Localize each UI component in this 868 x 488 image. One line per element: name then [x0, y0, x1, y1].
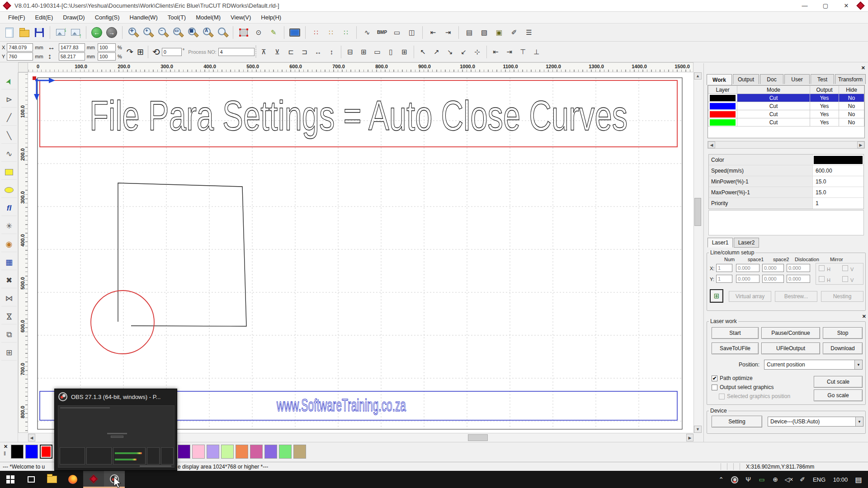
undo-button[interactable]: ← [90, 26, 104, 39]
same-height-button[interactable]: ⊞ [357, 45, 371, 59]
curve-smooth-button[interactable]: ∿ [360, 26, 374, 39]
zoom-out-button[interactable]: − [156, 26, 170, 39]
tab-output[interactable]: Output [733, 74, 759, 84]
edge-right-button[interactable]: ⇥ [503, 45, 516, 59]
property-value[interactable]: 1 [813, 198, 863, 209]
array-output2-button[interactable]: ∷ [324, 26, 338, 39]
corner-br-button[interactable]: ↘ [443, 45, 457, 59]
measure-height-button[interactable]: ⇥ [441, 26, 455, 39]
new-file-button[interactable] [3, 26, 16, 39]
output-preview-button[interactable]: ▧ [477, 26, 491, 39]
scroll-left-button[interactable]: ◀ [708, 141, 715, 148]
download-button[interactable]: Download [823, 343, 863, 354]
firefox-button[interactable] [62, 471, 83, 488]
center-page-button[interactable]: ⊹ [471, 45, 484, 59]
align-bottom-button[interactable]: ⊻ [271, 45, 284, 59]
horizontal-scroll-thumb[interactable] [468, 434, 488, 441]
scroll-left-button[interactable]: ◀ [28, 434, 35, 441]
edge-top-button[interactable]: ⊤ [516, 45, 530, 59]
import-button[interactable]: ↓ [54, 26, 67, 39]
headline-outline-text[interactable]: File Para Settings = Auto Close Curves [90, 93, 627, 139]
align-top-button[interactable]: ⊼ [257, 45, 271, 59]
text-tool[interactable]: fI [1, 201, 17, 216]
capture-tool[interactable]: ◉ [1, 237, 17, 252]
zoom-all-button[interactable]: ▦ [186, 26, 199, 39]
select-rect-button[interactable] [237, 26, 250, 39]
layer-output[interactable]: Yes [810, 110, 839, 118]
close-button[interactable]: ✕ [836, 0, 857, 12]
same-width-button[interactable]: ⊟ [344, 45, 357, 59]
menu-config[interactable]: Config(S) [90, 13, 124, 22]
x-num-input[interactable] [716, 264, 732, 272]
x-space2-input[interactable] [762, 264, 784, 272]
laser-pen-button[interactable]: ✎ [267, 26, 280, 39]
tab-laser2[interactable]: Laser2 [734, 238, 759, 248]
palette-color-black[interactable] [11, 445, 24, 459]
open-rectangle-shape[interactable] [118, 183, 246, 326]
task-view-button[interactable] [21, 471, 42, 488]
measure-width-button[interactable]: ⇤ [426, 26, 440, 39]
layer-hide[interactable]: No [839, 118, 864, 127]
palette-color-lavender[interactable] [207, 445, 219, 459]
palette-color-pink[interactable] [192, 445, 205, 459]
corner-tl-button[interactable]: ↖ [416, 45, 430, 59]
tab-laser1[interactable]: Laser1 [708, 238, 733, 248]
corner-bl-button[interactable]: ↙ [457, 45, 471, 59]
path-optimize-option[interactable]: ✔ Path optimize [712, 375, 753, 381]
scroll-down-button[interactable]: ▼ [694, 426, 702, 433]
color-picker-button[interactable]: ✐ [507, 26, 521, 39]
dropdown-arrow-icon[interactable]: ▼ [855, 417, 863, 426]
layer-row-black[interactable]: Cut Yes No [708, 94, 864, 102]
col-mode[interactable]: Mode [737, 86, 810, 94]
property-value[interactable]: 600.00 [813, 165, 863, 176]
save-to-ufile-button[interactable]: SaveToUFile [712, 343, 759, 354]
lock-ratio-icon[interactable]: ↷ [125, 47, 135, 57]
property-row[interactable]: Speed(mm/s) 600.00 [709, 165, 863, 176]
selected-graphics-checkbox[interactable] [719, 394, 725, 399]
preview-button[interactable] [288, 26, 302, 39]
output-select-checkbox[interactable] [712, 385, 717, 390]
auto-close-circle[interactable] [91, 291, 154, 354]
palette-color-magenta[interactable] [250, 445, 263, 459]
property-row[interactable]: Color [709, 155, 863, 165]
cut-scale-button[interactable]: Cut scale [814, 376, 863, 388]
panel-close-icon[interactable]: ✕ [861, 65, 865, 71]
tab-user[interactable]: User [784, 74, 810, 84]
edge-left-button[interactable]: ⇤ [489, 45, 503, 59]
export-button[interactable]: ↑ [69, 26, 82, 39]
layer-color-swatch[interactable] [710, 95, 736, 101]
tray-screenshare-icon[interactable]: ▭ [755, 476, 769, 483]
x-dislocation-input[interactable] [787, 264, 810, 272]
palette-color-purple[interactable] [178, 445, 190, 459]
print-button[interactable]: ▤ [462, 26, 476, 39]
process-no-input[interactable] [218, 48, 255, 56]
path-optimize-checkbox[interactable]: ✔ [712, 375, 717, 381]
mirror-v-checkbox[interactable] [842, 276, 848, 282]
layer-row-red[interactable]: Cut Yes No [708, 110, 864, 118]
size-table-icon[interactable]: ⊞ [135, 47, 146, 57]
layer-mode[interactable]: Cut [737, 94, 810, 102]
menu-handle[interactable]: Handle(W) [125, 13, 162, 22]
zoom-select-button[interactable]: A [201, 26, 214, 39]
virtual-array-button[interactable]: Virtual array [729, 291, 771, 302]
vertical-scroll-thumb[interactable] [694, 198, 701, 226]
tray-pen-icon[interactable]: ✐ [796, 476, 809, 483]
layer-color-swatch[interactable] [710, 119, 736, 126]
mirror-v-checkbox[interactable] [842, 265, 848, 271]
width-input[interactable] [59, 43, 85, 52]
property-value[interactable]: 15.0 [813, 187, 863, 197]
x-position-input[interactable] [7, 43, 33, 52]
property-row[interactable]: MaxPower(%)-1 15.0 [709, 187, 863, 198]
bezier-tool[interactable]: ∿ [1, 146, 17, 162]
layer-mode[interactable]: Cut [737, 110, 810, 118]
y-num-input[interactable] [716, 275, 732, 283]
zoom-page-button[interactable]: ▭ [171, 26, 184, 39]
layer-table-scrollbar[interactable]: ◀ ▶ [708, 141, 865, 149]
device-dropdown[interactable]: Device---(USB:Auto) ▼ [768, 417, 863, 427]
array-mode-button[interactable]: ⊞ [710, 289, 723, 303]
device-setting-button[interactable]: Setting [712, 416, 762, 427]
language-indicator[interactable]: ENG [809, 476, 829, 483]
layer-mode[interactable]: Cut [737, 118, 810, 127]
tray-chevron-icon[interactable]: ⌃ [714, 476, 728, 483]
star-tool[interactable]: ✳ [1, 219, 17, 234]
